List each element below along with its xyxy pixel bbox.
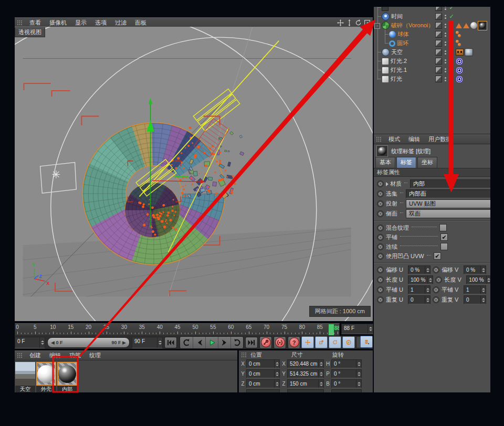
material-tag-dots-icon[interactable] (456, 40, 462, 47)
object-row-blank[interactable]: ✓ (374, 7, 490, 12)
visibility-dots[interactable] (444, 77, 447, 81)
panel-grip-icon[interactable] (17, 20, 23, 26)
spinner-arrows[interactable] (356, 370, 361, 378)
spinner-arrows[interactable] (425, 286, 430, 294)
coord-field[interactable]: 150 cm (287, 379, 324, 388)
spinner-arrows[interactable] (318, 380, 323, 388)
maximize-icon[interactable] (364, 19, 371, 26)
next-key-button[interactable] (218, 337, 230, 348)
layer-swatch[interactable] (435, 58, 442, 65)
compositing-tag-icon[interactable] (456, 49, 464, 56)
play-backward-button[interactable] (180, 337, 193, 348)
viewport-menu-2[interactable]: 显示 (71, 18, 91, 27)
object-row-球体[interactable]: 球体✓ (374, 30, 490, 39)
object-row-天空[interactable]: 天空 (374, 48, 490, 57)
play-forward-button[interactable] (230, 337, 243, 348)
object-row-灯光[interactable]: 灯光✓ (374, 74, 490, 83)
scale-tool-button[interactable] (315, 336, 328, 348)
material-item-内部[interactable]: 内部 (57, 362, 77, 392)
current-frame-field[interactable]: 88 F (341, 324, 373, 334)
uv-field[interactable]: 1 (464, 285, 486, 294)
object-row-破碎（Voronoi）[interactable]: -破碎（Voronoi）✓ (374, 21, 490, 30)
material-preview[interactable] (57, 362, 77, 386)
anim-dot-icon[interactable] (377, 180, 384, 187)
spinner-arrows[interactable] (480, 266, 486, 274)
coord-field[interactable]: 520.448 cm (287, 359, 324, 368)
spinner-arrows[interactable] (356, 380, 361, 388)
enabled-check-icon[interactable]: ✓ (448, 31, 455, 38)
phong-tag-icon[interactable] (456, 23, 462, 28)
uv-field[interactable]: 0 (464, 295, 486, 304)
object-row-圆环[interactable]: 圆环✓ (374, 39, 490, 48)
visibility-dots[interactable] (444, 24, 447, 28)
anim-dot-icon[interactable] (377, 210, 384, 217)
light-tag-icon[interactable] (456, 76, 463, 83)
object-row-灯光.1[interactable]: 灯光.1✓ (374, 66, 490, 74)
uv-field[interactable]: 100 % (408, 275, 433, 284)
viewport-menu-3[interactable]: 选项 (91, 18, 111, 27)
viewport-menu-0[interactable]: 查看 (25, 18, 45, 27)
attribute-menu-1[interactable]: 编辑 (404, 135, 424, 144)
checkbox[interactable] (439, 224, 447, 231)
checkbox[interactable]: ✔ (434, 252, 441, 260)
viewport-menu-5[interactable]: 面板 (131, 18, 151, 27)
enabled-check-icon[interactable]: ✓ (448, 40, 455, 47)
spinner-arrows[interactable] (486, 276, 490, 284)
enabled-check-icon[interactable]: ✓ (448, 76, 455, 82)
panel-grip-icon[interactable] (17, 353, 23, 358)
spinner-arrows[interactable] (368, 324, 373, 334)
spinner-arrows[interactable] (274, 360, 279, 368)
visibility-dots[interactable] (444, 33, 447, 37)
anim-dot-icon[interactable] (377, 243, 384, 250)
uv-field[interactable]: 0 (408, 295, 430, 304)
start-frame-field[interactable]: 0 F (15, 337, 45, 348)
enabled-check-icon[interactable]: ✓ (448, 58, 455, 65)
rotate-tool-button[interactable] (329, 336, 341, 348)
spinner-arrows[interactable] (157, 337, 162, 348)
coord-field[interactable]: 0 cm (246, 359, 280, 368)
anim-dot-icon[interactable] (433, 286, 439, 293)
visibility-dots[interactable] (444, 41, 447, 46)
layer-swatch[interactable] (435, 49, 442, 56)
layer-swatch[interactable] (435, 7, 442, 11)
tab-0[interactable]: 基本 (375, 157, 395, 168)
spinner-arrows[interactable] (274, 380, 279, 388)
field-value-0[interactable]: 内部 (410, 179, 490, 188)
rotate-icon[interactable] (355, 19, 362, 26)
spinner-arrows[interactable] (425, 266, 430, 274)
object-row-时间[interactable]: 时间✓ (374, 12, 490, 21)
goto-end-button[interactable] (245, 337, 258, 348)
material-tag-selected[interactable] (478, 21, 487, 30)
viewport-menu-4[interactable]: 过滤 (111, 18, 131, 27)
anim-dot-icon[interactable] (377, 200, 384, 207)
move-tool-button[interactable] (301, 336, 314, 348)
sky-texture-tag-icon[interactable] (465, 48, 473, 56)
coordinate-system-button[interactable]: P (342, 336, 355, 348)
coord-field[interactable]: 0 ° (331, 379, 362, 388)
viewport-3d[interactable]: Y Z X 透视视图 网格间距 : 1000 cm (15, 27, 373, 321)
enabled-check-icon[interactable]: ✓ (448, 7, 455, 11)
material-preview[interactable] (15, 362, 35, 386)
field-value-1[interactable]: 内部面 (406, 189, 490, 198)
field-value-3[interactable]: 双面 (406, 209, 490, 218)
object-row-灯光.2[interactable]: 灯光.2✓ (374, 57, 490, 66)
uv-field[interactable]: 1 (408, 285, 430, 294)
panel-grip-icon[interactable] (376, 136, 382, 142)
viewport-menu-1[interactable]: 摄像机 (45, 18, 71, 27)
visibility-dots[interactable] (444, 59, 447, 63)
layer-swatch[interactable] (435, 76, 442, 82)
material-tag-white-icon[interactable] (470, 22, 477, 29)
timeline-ruler[interactable]: 88) 0510152025303540455055606570758085 (15, 323, 340, 336)
material-menu-2[interactable]: 功能 (65, 351, 85, 360)
zoom-icon[interactable] (346, 19, 353, 26)
anim-dot-icon[interactable] (377, 286, 384, 293)
spinner-arrows[interactable] (318, 360, 323, 368)
phong-tag-icon[interactable] (463, 23, 469, 28)
spinner-arrows[interactable] (318, 370, 323, 378)
material-item-外壳[interactable]: 外壳 (36, 362, 56, 392)
anim-dot-icon[interactable] (377, 190, 384, 197)
checkbox[interactable]: ✔ (440, 233, 448, 241)
attribute-menu-0[interactable]: 模式 (384, 135, 404, 144)
material-preview[interactable] (36, 362, 56, 386)
viewport-label[interactable]: 透视视图 (15, 27, 45, 37)
